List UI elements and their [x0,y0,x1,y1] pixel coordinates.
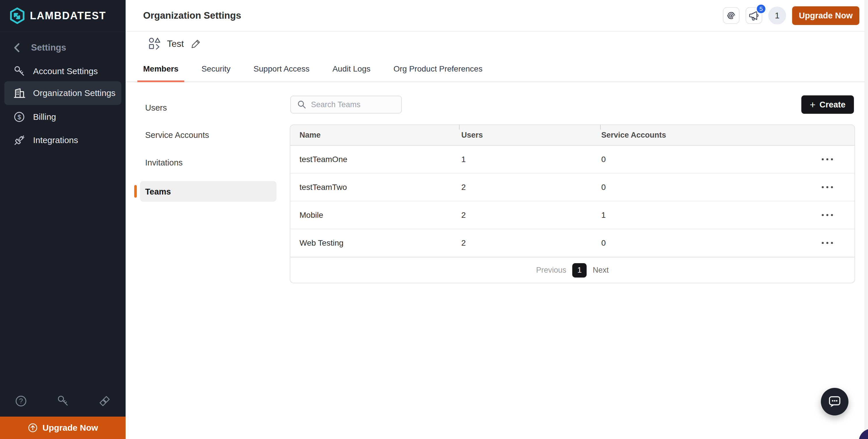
sidebar-item-label: Organization Settings [33,88,116,98]
tab-support-access[interactable]: Support Access [248,56,315,82]
sidebar-bottom-icons: ? [0,394,126,408]
announcements-button[interactable]: 5 [746,7,762,24]
svg-text:?: ? [19,397,23,405]
key-icon[interactable] [56,394,69,408]
user-avatar[interactable]: 1 [768,7,786,24]
tab-security[interactable]: Security [196,56,236,82]
tab-bar: Members Security Support Access Audit Lo… [126,56,865,82]
subnav-item-teams[interactable]: Teams [145,181,171,202]
column-divider [600,125,601,130]
column-header-name: Name [290,131,461,139]
tab-audit-logs[interactable]: Audit Logs [327,56,376,82]
team-users-cell: 2 [461,183,601,192]
sidebar-item-label: Account Settings [33,66,98,76]
top-actions: 5 1 Upgrade Now [723,0,859,31]
team-users-cell: 2 [461,239,601,248]
arrow-up-circle-icon [28,422,38,433]
building-icon [13,87,26,99]
shapes-icon [148,37,161,50]
subnav-item-service-accounts[interactable]: Service Accounts [145,125,209,145]
search-teams-input[interactable] [311,100,395,109]
create-label: Create [819,100,845,109]
subnav-item-invitations[interactable]: Invitations [145,153,183,173]
app-screen: LAMBDATEST Settings Account Settings [0,0,868,439]
upgrade-now-button[interactable]: Upgrade Now [792,6,859,25]
column-header-users: Users [461,131,601,139]
row-actions-menu-button[interactable] [820,242,855,244]
dollar-circle-icon: $ [13,111,26,123]
org-title-row: Test [148,36,202,51]
team-name-cell: Web Testing [290,239,461,248]
fingerprint-arcs-icon [725,10,737,21]
scrollbar-track[interactable] [865,0,868,439]
chat-widget-button[interactable] [821,388,848,415]
subnav-item-users[interactable]: Users [145,98,167,118]
tab-org-product-preferences[interactable]: Org Product Preferences [388,56,488,82]
create-team-button[interactable]: + Create [801,95,854,114]
sidebar-item-account-settings[interactable]: Account Settings [4,61,121,82]
lambdatest-logo-icon [10,7,25,24]
chat-bubble-icon [827,394,842,409]
team-users-cell: 1 [461,155,601,164]
pagination-previous[interactable]: Previous [536,266,566,275]
subnav-active-indicator [134,185,137,198]
table-row[interactable]: testTeamTwo 2 0 [290,174,855,201]
top-bar: Organization Settings [126,0,868,32]
announcements-badge: 5 [756,4,766,14]
table-row[interactable]: Mobile 2 1 [290,201,855,229]
svg-text:$: $ [18,114,21,121]
pagination-next[interactable]: Next [593,266,609,275]
team-service-accounts-cell: 0 [601,239,820,248]
sidebar-item-billing[interactable]: $ Billing [4,106,121,127]
sidebar-upgrade-label: Upgrade Now [42,423,98,433]
table-row[interactable]: Web Testing 2 0 [290,229,855,257]
plus-icon: + [810,100,815,109]
sidebar-upgrade-bar[interactable]: Upgrade Now [0,416,126,439]
row-actions-menu-button[interactable] [820,186,855,188]
org-name: Test [167,38,184,49]
team-service-accounts-cell: 1 [601,211,820,220]
sidebar: LAMBDATEST Settings Account Settings [0,0,126,439]
row-actions-menu-button[interactable] [820,158,855,160]
team-name-cell: testTeamOne [290,155,461,164]
corner-widget[interactable] [859,429,868,439]
team-service-accounts-cell: 0 [601,183,820,192]
linked-diamonds-icon[interactable] [98,394,112,408]
table-header-row: Name Users Service Accounts [290,125,855,146]
team-users-cell: 2 [461,211,601,220]
sidebar-section-label: Settings [31,42,66,53]
sidebar-item-label: Integrations [33,135,78,145]
teams-table-card: Name Users Service Accounts testTeamOne … [290,124,855,283]
logo-text: LAMBDATEST [30,10,106,22]
search-teams-box [290,96,402,114]
pagination: Previous 1 Next [290,257,855,283]
sidebar-item-integrations[interactable]: Integrations [4,130,121,151]
key-icon [13,65,26,77]
pagination-page-1[interactable]: 1 [572,263,587,278]
page-title: Organization Settings [143,0,241,31]
column-divider [459,125,460,130]
column-header-service-accounts: Service Accounts [601,131,820,139]
team-name-cell: testTeamTwo [290,183,461,192]
edit-org-name-button[interactable] [190,37,202,50]
team-name-cell: Mobile [290,211,461,220]
collapse-sidebar-icon[interactable] [13,42,20,53]
lambdatest-logo[interactable]: LAMBDATEST [10,7,106,24]
row-actions-menu-button[interactable] [820,214,855,216]
sidebar-item-organization-settings[interactable]: Organization Settings [4,81,121,105]
sidebar-divider [0,32,126,32]
activity-button[interactable] [723,7,740,24]
tab-members[interactable]: Members [137,56,184,82]
search-icon [297,100,306,109]
help-icon[interactable]: ? [14,394,28,408]
table-row[interactable]: testTeamOne 1 0 [290,146,855,174]
team-service-accounts-cell: 0 [601,155,820,164]
sidebar-item-label: Billing [33,112,56,122]
plug-icon [13,134,26,147]
